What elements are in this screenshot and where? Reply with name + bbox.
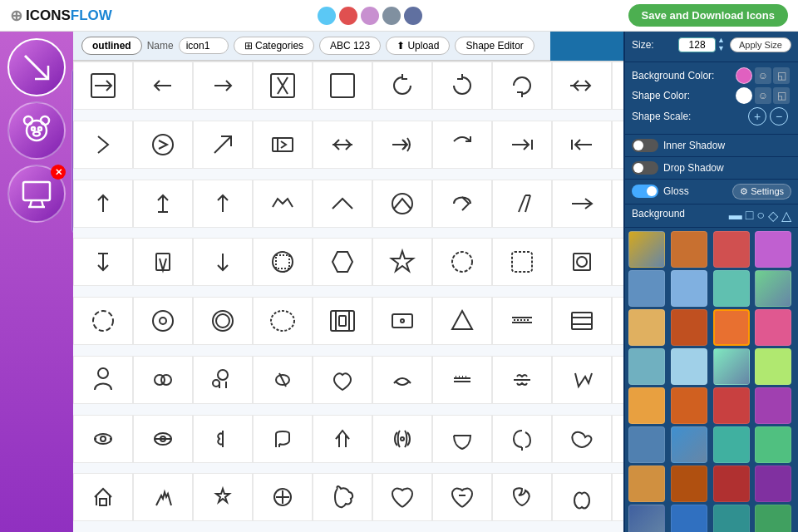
abc-button[interactable]: ABC 123 <box>319 37 381 55</box>
grid-cell[interactable] <box>313 473 372 521</box>
grid-cell[interactable] <box>492 356 552 404</box>
outlined-tab[interactable]: outlined <box>81 37 142 55</box>
bg-color-icon-2[interactable]: ◱ <box>773 67 790 84</box>
grid-cell[interactable] <box>432 356 492 404</box>
grid-cell[interactable] <box>193 356 253 404</box>
shape-circle-icon[interactable]: ○ <box>756 208 765 224</box>
grid-cell[interactable] <box>133 121 193 169</box>
grid-cell[interactable] <box>612 238 623 286</box>
grid-cell[interactable] <box>73 238 133 286</box>
color-dot-1[interactable] <box>318 7 336 25</box>
bg-color-pink[interactable] <box>736 67 752 84</box>
color-dot-4[interactable] <box>382 7 401 25</box>
grid-cell[interactable] <box>313 297 372 345</box>
grid-cell[interactable] <box>552 62 612 110</box>
grid-cell[interactable] <box>253 62 313 110</box>
grid-cell[interactable] <box>492 121 552 169</box>
grid-cell[interactable] <box>73 415 133 463</box>
bg-color-cell[interactable] <box>628 387 665 424</box>
grid-cell[interactable] <box>313 356 372 404</box>
grid-cell[interactable] <box>193 473 253 521</box>
grid-cell[interactable] <box>313 415 372 463</box>
grid-cell[interactable] <box>372 297 432 345</box>
grid-cell[interactable] <box>313 180 372 228</box>
grid-cell[interactable] <box>133 62 193 110</box>
shape-diamond-icon[interactable]: ◇ <box>768 208 778 224</box>
bg-color-cell[interactable] <box>713 466 750 502</box>
grid-cell[interactable] <box>73 62 133 110</box>
color-dot-2[interactable] <box>339 7 357 25</box>
grid-cell[interactable] <box>552 180 612 228</box>
bg-color-icon-1[interactable]: ☺ <box>755 67 771 84</box>
shape-color-icon-1[interactable]: ☺ <box>755 87 771 104</box>
bg-color-cell[interactable] <box>755 309 791 346</box>
grid-cell[interactable] <box>253 473 313 521</box>
save-download-button[interactable]: Save and Download Icons <box>628 4 788 27</box>
sidebar-icon-bear[interactable] <box>7 101 66 160</box>
grid-cell[interactable] <box>133 238 193 286</box>
shape-color-white[interactable] <box>736 87 752 104</box>
bg-color-cell[interactable] <box>755 270 791 307</box>
shape-editor-button[interactable]: Shape Editor <box>455 37 534 55</box>
grid-cell[interactable] <box>253 356 313 404</box>
bg-color-cell[interactable] <box>755 466 791 502</box>
gloss-settings-button[interactable]: ⚙ Settings <box>732 184 791 200</box>
bg-color-cell[interactable] <box>755 505 791 532</box>
grid-cell[interactable] <box>372 415 432 463</box>
gloss-toggle[interactable] <box>632 185 658 198</box>
grid-cell[interactable] <box>432 180 492 228</box>
grid-cell[interactable] <box>612 62 623 110</box>
grid-cell[interactable] <box>193 180 253 228</box>
grid-cell[interactable] <box>552 297 612 345</box>
grid-cell[interactable] <box>133 356 193 404</box>
grid-cell[interactable] <box>612 121 623 169</box>
bg-color-cell[interactable] <box>713 270 750 307</box>
bg-color-cell[interactable] <box>628 426 665 463</box>
bg-color-cell[interactable] <box>713 505 750 532</box>
bg-color-cell[interactable] <box>671 348 707 385</box>
grid-cell[interactable] <box>492 415 552 463</box>
grid-cell[interactable] <box>133 297 193 345</box>
grid-cell[interactable] <box>552 473 612 521</box>
shape-rect-icon[interactable]: ▬ <box>729 208 742 224</box>
grid-cell[interactable] <box>73 473 133 521</box>
bg-color-cell[interactable] <box>713 426 750 463</box>
bg-color-cell[interactable] <box>755 426 791 463</box>
grid-cell[interactable] <box>253 238 313 286</box>
bg-color-cell[interactable] <box>755 387 791 424</box>
grid-cell[interactable] <box>612 356 623 404</box>
grid-cell[interactable] <box>372 238 432 286</box>
drop-shadow-toggle[interactable] <box>632 161 658 175</box>
bg-color-cell[interactable] <box>755 231 791 268</box>
color-dot-3[interactable] <box>361 7 379 25</box>
grid-cell[interactable] <box>432 297 492 345</box>
grid-cell[interactable] <box>313 121 372 169</box>
grid-cell[interactable] <box>432 62 492 110</box>
sidebar-icon-arrow[interactable] <box>7 38 66 96</box>
upload-button[interactable]: ⬆ Upload <box>386 37 450 55</box>
grid-cell[interactable] <box>313 238 372 286</box>
bg-color-cell[interactable] <box>713 348 750 385</box>
color-dot-5[interactable] <box>404 7 422 25</box>
grid-cell[interactable] <box>193 297 253 345</box>
bg-color-cell[interactable] <box>628 270 665 307</box>
grid-cell[interactable] <box>552 121 612 169</box>
name-input[interactable] <box>179 37 229 54</box>
grid-cell[interactable] <box>432 121 492 169</box>
bg-color-cell[interactable] <box>755 348 791 385</box>
grid-cell[interactable] <box>492 238 552 286</box>
grid-cell[interactable] <box>73 297 133 345</box>
bg-color-cell[interactable] <box>628 309 665 346</box>
bg-color-cell[interactable] <box>713 309 750 346</box>
bg-color-cell[interactable] <box>671 387 707 424</box>
grid-cell[interactable] <box>73 121 133 169</box>
grid-cell[interactable] <box>73 180 133 228</box>
apply-size-button[interactable]: Apply Size <box>730 37 791 52</box>
size-down-arrow[interactable]: ▼ <box>717 45 725 53</box>
grid-cell[interactable] <box>313 62 372 110</box>
scale-plus-button[interactable]: + <box>748 107 766 126</box>
bg-color-cell[interactable] <box>671 505 707 532</box>
grid-cell[interactable] <box>612 297 623 345</box>
bg-color-cell[interactable] <box>628 466 665 502</box>
grid-cell[interactable] <box>372 356 432 404</box>
